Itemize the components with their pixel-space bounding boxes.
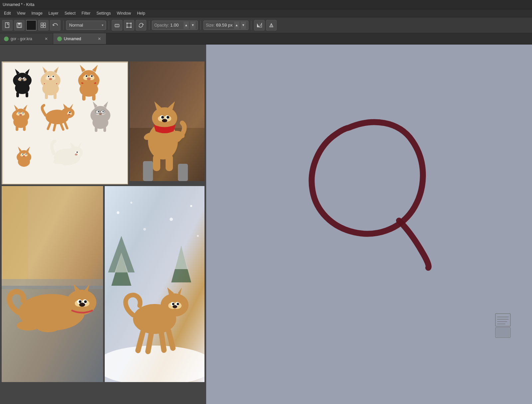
menu-view[interactable]: View (14, 10, 28, 16)
svg-rect-149 (143, 161, 153, 181)
svg-rect-150 (178, 164, 188, 181)
undo-button[interactable] (50, 20, 61, 31)
svg-point-85 (69, 112, 70, 113)
svg-point-193 (190, 205, 192, 207)
svg-rect-49 (45, 93, 48, 99)
svg-rect-107 (103, 127, 106, 132)
svg-point-11 (126, 23, 128, 24)
transform-button[interactable] (124, 20, 134, 31)
mirror-button[interactable] (254, 20, 265, 31)
right-panel[interactable] (206, 45, 532, 404)
blend-mode-select[interactable]: Normal Multiply Screen Overlay (66, 21, 106, 30)
svg-rect-5 (44, 23, 46, 25)
eraser-button[interactable] (112, 20, 122, 31)
svg-point-86 (68, 114, 70, 116)
save-button[interactable] (14, 20, 25, 31)
title-bar: Unnamed * - Krita (0, 0, 532, 9)
svg-point-61 (87, 77, 91, 80)
svg-point-183 (172, 303, 175, 305)
svg-point-128 (23, 155, 25, 157)
menu-window[interactable]: Window (114, 10, 134, 16)
svg-point-31 (21, 79, 24, 81)
opacity-down-button[interactable]: ▼ (190, 22, 196, 29)
blend-mode-wrapper[interactable]: Normal Multiply Screen Overlay (66, 21, 106, 30)
svg-point-167 (37, 322, 60, 332)
menu-filter[interactable]: Filter (79, 10, 93, 16)
svg-rect-4 (41, 23, 43, 25)
menu-help[interactable]: Help (134, 10, 148, 16)
svg-point-190 (117, 211, 119, 214)
title-text: Unnamed * - Krita (3, 2, 34, 7)
svg-rect-50 (54, 93, 57, 99)
svg-rect-78 (23, 126, 26, 131)
separator2 (109, 21, 109, 30)
tab-close-gor[interactable]: ✕ (44, 36, 49, 42)
svg-point-164 (84, 300, 87, 303)
toolbar: Normal Multiply Screen Overlay Opacity: … (0, 17, 532, 33)
separator5 (251, 21, 251, 30)
svg-rect-3 (18, 26, 21, 27)
svg-point-104 (99, 113, 102, 115)
size-label: Size: (206, 23, 215, 28)
color-swatch[interactable] (26, 20, 37, 31)
separator4 (200, 21, 201, 30)
svg-point-169 (105, 346, 204, 382)
svg-rect-154 (2, 186, 28, 279)
svg-point-117 (62, 161, 69, 165)
svg-point-29 (20, 78, 21, 79)
menu-image[interactable]: Image (29, 10, 45, 16)
svg-point-36 (43, 71, 58, 83)
flow-button[interactable] (266, 20, 277, 31)
left-panel (0, 45, 206, 404)
svg-point-48 (42, 82, 59, 95)
opacity-group: Opacity: 1.00 ▲ ▼ (152, 21, 198, 30)
menu-edit[interactable]: Edit (1, 10, 14, 16)
svg-point-73 (19, 113, 20, 114)
tab-gor[interactable]: gor - gor.kra ✕ (0, 33, 53, 44)
svg-rect-77 (16, 126, 18, 131)
svg-rect-64 (92, 94, 95, 101)
menu-select[interactable]: Select (62, 10, 78, 16)
menu-settings[interactable]: Settings (94, 10, 113, 16)
tab-unnamed[interactable]: Unnamed ✕ (53, 33, 106, 44)
size-up-button[interactable]: ▲ (234, 22, 239, 29)
tab-close-unnamed[interactable]: ✕ (97, 36, 102, 42)
rotate-button[interactable] (136, 20, 146, 31)
svg-point-165 (79, 303, 85, 307)
size-down-button[interactable]: ▼ (241, 22, 246, 29)
svg-point-163 (79, 300, 81, 303)
svg-rect-10 (127, 23, 131, 27)
svg-point-12 (130, 23, 132, 24)
canvas-drawing-area[interactable] (206, 45, 532, 404)
svg-point-99 (98, 111, 99, 112)
grid-button[interactable] (38, 20, 49, 31)
svg-point-129 (18, 157, 30, 167)
menu-layer[interactable]: Layer (46, 10, 61, 16)
tabs-bar: gor - gor.kra ✕ Unnamed ✕ (0, 33, 532, 45)
image-collage (2, 61, 204, 394)
svg-point-116 (53, 159, 61, 164)
shiba-standing-photo (130, 61, 204, 181)
svg-point-184 (177, 303, 179, 305)
svg-marker-16 (259, 23, 262, 27)
svg-point-142 (161, 116, 164, 119)
svg-point-194 (143, 228, 146, 231)
opacity-label: Opacity: (154, 23, 169, 28)
svg-point-127 (26, 154, 27, 155)
svg-rect-6 (41, 26, 43, 28)
separator1 (63, 21, 64, 30)
separator3 (149, 21, 149, 30)
svg-point-114 (76, 152, 78, 153)
svg-point-100 (102, 111, 104, 112)
svg-rect-33 (16, 92, 19, 97)
svg-point-185 (173, 305, 177, 308)
svg-rect-196 (206, 45, 532, 404)
svg-rect-106 (95, 127, 97, 132)
size-value: 69.59 px (216, 23, 233, 28)
svg-point-143 (167, 116, 169, 119)
svg-point-191 (130, 202, 132, 204)
svg-point-13 (126, 27, 128, 28)
opacity-up-button[interactable]: ▲ (184, 22, 189, 29)
svg-rect-7 (44, 26, 46, 28)
new-file-button[interactable] (2, 20, 13, 31)
